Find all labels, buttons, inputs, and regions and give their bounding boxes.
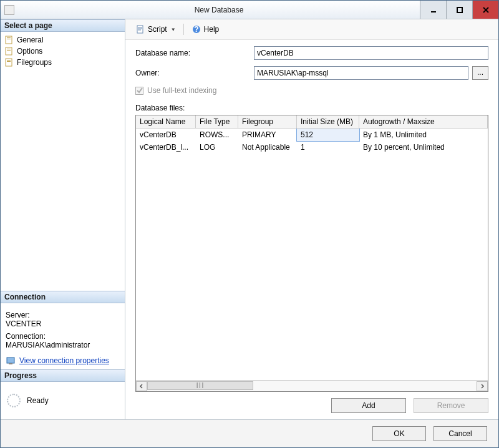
table-row[interactable]: vCenterDB ROWS... PRIMARY 512 By 1 MB, U… bbox=[136, 129, 488, 141]
col-logical-name[interactable]: Logical Name bbox=[136, 115, 196, 128]
dialog-footer: OK Cancel bbox=[1, 419, 498, 447]
owner-browse-button[interactable]: ... bbox=[472, 66, 488, 80]
cell-logical-name[interactable]: vCenterDB bbox=[136, 129, 196, 141]
col-filegroup[interactable]: Filegroup bbox=[238, 115, 297, 128]
svg-rect-9 bbox=[7, 50, 11, 51]
maximize-button[interactable] bbox=[446, 1, 472, 19]
grid-body: vCenterDB ROWS... PRIMARY 512 By 1 MB, U… bbox=[136, 129, 488, 380]
page-label: Options bbox=[17, 47, 42, 56]
cancel-button[interactable]: Cancel bbox=[434, 426, 487, 441]
server-value: VCENTER bbox=[6, 319, 120, 328]
toolbar-separator bbox=[183, 24, 184, 35]
toolbar: Script ▼ ? Help bbox=[125, 19, 498, 40]
page-icon bbox=[4, 35, 14, 45]
remove-button: Remove bbox=[414, 398, 488, 413]
progress-header: Progress bbox=[1, 369, 125, 382]
fulltext-label: Use full-text indexing bbox=[147, 86, 216, 95]
svg-rect-10 bbox=[6, 59, 12, 66]
svg-rect-6 bbox=[7, 39, 11, 39]
db-name-input[interactable] bbox=[254, 46, 488, 60]
page-list: General Options Filegroups bbox=[1, 32, 125, 291]
script-icon bbox=[135, 24, 145, 34]
svg-rect-7 bbox=[6, 47, 12, 55]
window-title: New Database bbox=[18, 6, 420, 14]
close-button[interactable] bbox=[472, 1, 498, 19]
progress-spinner-icon bbox=[7, 394, 21, 407]
scroll-right-button[interactable] bbox=[477, 381, 488, 391]
check-icon bbox=[137, 87, 143, 94]
progress-status: Ready bbox=[27, 396, 49, 405]
table-row[interactable]: vCenterDB_l... LOG Not Applicable 1 By 1… bbox=[136, 141, 488, 153]
cell-file-type[interactable]: LOG bbox=[196, 141, 238, 153]
page-icon bbox=[4, 57, 14, 67]
scroll-left-button[interactable] bbox=[136, 381, 147, 391]
svg-rect-5 bbox=[7, 37, 11, 38]
help-button[interactable]: ? Help bbox=[188, 23, 223, 36]
connection-value: MARUSIAK\administrator bbox=[6, 341, 120, 349]
ok-button[interactable]: OK bbox=[372, 426, 426, 441]
chevron-right-icon bbox=[480, 384, 485, 389]
svg-rect-15 bbox=[137, 26, 143, 33]
right-pane: Script ▼ ? Help Database name: Owner: .. bbox=[125, 19, 498, 419]
svg-rect-14 bbox=[9, 363, 12, 364]
select-page-header: Select a page bbox=[1, 19, 125, 32]
page-label: Filegroups bbox=[17, 58, 52, 67]
page-label: General bbox=[17, 36, 44, 44]
col-file-type[interactable]: File Type bbox=[196, 115, 238, 128]
svg-rect-13 bbox=[7, 358, 14, 363]
svg-rect-12 bbox=[7, 61, 11, 62]
connection-header: Connection bbox=[1, 291, 125, 303]
properties-icon bbox=[6, 356, 16, 366]
script-label: Script bbox=[148, 25, 167, 34]
col-autogrowth[interactable]: Autogrowth / Maxsize bbox=[359, 115, 488, 128]
horizontal-scrollbar[interactable]: III bbox=[136, 380, 488, 391]
connection-label: Connection: bbox=[6, 332, 120, 341]
page-general[interactable]: General bbox=[3, 34, 122, 46]
cell-initial-size[interactable]: 512 bbox=[297, 129, 359, 141]
connection-panel: Server: VCENTER Connection: MARUSIAK\adm… bbox=[1, 303, 125, 369]
cell-autogrowth[interactable]: By 10 percent, Unlimited bbox=[359, 141, 488, 153]
minimize-button[interactable] bbox=[420, 1, 446, 19]
grid-header-row: Logical Name File Type Filegroup Initial… bbox=[136, 115, 488, 129]
db-name-label: Database name: bbox=[135, 49, 254, 57]
page-filegroups[interactable]: Filegroups bbox=[3, 57, 122, 68]
database-files-grid[interactable]: Logical Name File Type Filegroup Initial… bbox=[135, 115, 488, 392]
chevron-left-icon bbox=[139, 384, 144, 389]
col-initial-size[interactable]: Initial Size (MB) bbox=[297, 115, 359, 128]
cell-file-type[interactable]: ROWS... bbox=[196, 129, 238, 141]
view-connection-properties-link[interactable]: View connection properties bbox=[19, 356, 109, 365]
cell-filegroup[interactable]: PRIMARY bbox=[238, 129, 297, 141]
svg-rect-4 bbox=[6, 36, 12, 44]
left-pane: Select a page General Options Filegroups… bbox=[1, 19, 125, 419]
add-button[interactable]: Add bbox=[331, 398, 406, 413]
grid-buttons-row: Add Remove bbox=[125, 392, 498, 419]
scroll-track[interactable]: III bbox=[147, 381, 477, 391]
files-label: Database files: bbox=[135, 104, 488, 112]
new-database-dialog: New Database Select a page General Optio… bbox=[0, 0, 499, 448]
cell-initial-size[interactable]: 1 bbox=[297, 141, 359, 153]
cell-filegroup[interactable]: Not Applicable bbox=[238, 141, 297, 153]
owner-label: Owner: bbox=[135, 69, 254, 77]
owner-input[interactable] bbox=[254, 66, 468, 80]
svg-rect-11 bbox=[7, 60, 11, 61]
titlebar: New Database bbox=[1, 1, 498, 19]
scroll-thumb[interactable]: III bbox=[147, 381, 253, 390]
cell-logical-name[interactable]: vCenterDB_l... bbox=[136, 141, 196, 153]
progress-panel: Ready bbox=[1, 382, 125, 419]
page-icon bbox=[4, 46, 14, 56]
server-label: Server: bbox=[6, 311, 120, 319]
svg-rect-1 bbox=[457, 7, 462, 12]
script-button[interactable]: Script ▼ bbox=[132, 23, 180, 36]
fulltext-checkbox bbox=[135, 87, 143, 95]
page-options[interactable]: Options bbox=[3, 46, 122, 57]
svg-rect-8 bbox=[7, 49, 11, 49]
help-label: Help bbox=[204, 25, 220, 34]
svg-text:?: ? bbox=[194, 25, 198, 34]
cell-autogrowth[interactable]: By 1 MB, Unlimited bbox=[359, 129, 488, 141]
script-dropdown-icon: ▼ bbox=[171, 27, 176, 32]
help-icon: ? bbox=[191, 24, 201, 34]
form-area: Database name: Owner: ... Use full-text … bbox=[125, 40, 498, 104]
app-icon bbox=[4, 5, 14, 15]
